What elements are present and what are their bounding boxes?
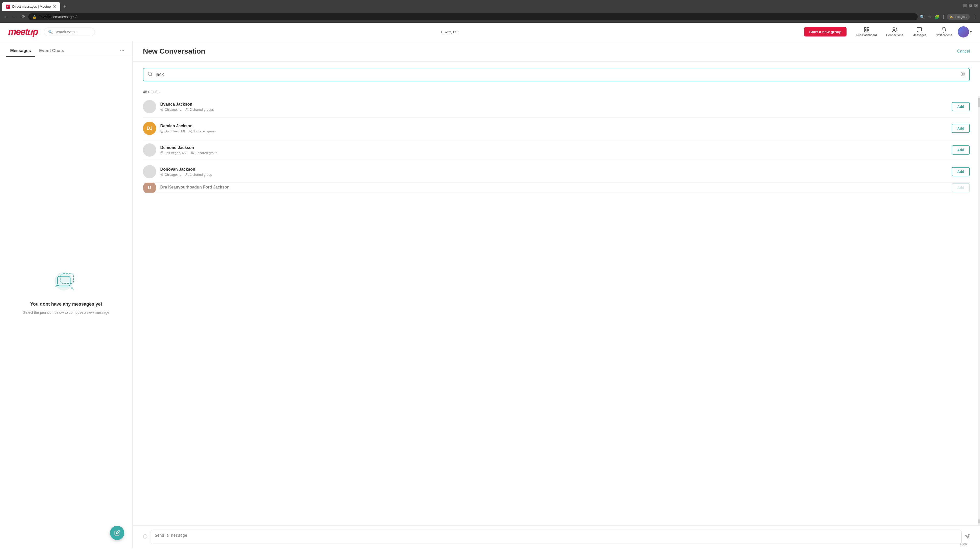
message-input-area: 2000 bbox=[133, 526, 980, 548]
nav-pro-dashboard[interactable]: Pro Dashboard bbox=[853, 25, 880, 39]
compose-button[interactable] bbox=[110, 526, 124, 540]
search-browser-icon[interactable]: 🔍 bbox=[920, 14, 925, 19]
back-button[interactable]: ← bbox=[3, 13, 10, 21]
result-avatar: DJ bbox=[143, 122, 156, 135]
messages-icon bbox=[916, 27, 922, 33]
avatar-chevron-icon: ▾ bbox=[970, 30, 972, 34]
tab-title: Direct messages | Meetup bbox=[12, 5, 51, 8]
search-bar[interactable]: 🔍 Search events bbox=[44, 27, 95, 36]
result-avatar bbox=[143, 100, 156, 113]
nav-notifications-label: Notifications bbox=[935, 33, 952, 37]
result-avatar: D bbox=[143, 183, 156, 193]
tab-messages[interactable]: Messages bbox=[6, 45, 35, 57]
svg-point-21 bbox=[186, 173, 187, 174]
app: meetup 🔍 Search events Dover, DE Start a… bbox=[0, 23, 980, 548]
tab-bar: m Direct messages | Meetup ✕ + ─ □ ✕ bbox=[0, 0, 980, 11]
connections-icon bbox=[892, 27, 898, 33]
add-button[interactable]: Add bbox=[952, 167, 970, 176]
app-header: meetup 🔍 Search events Dover, DE Start a… bbox=[0, 23, 980, 41]
add-button[interactable]: Add bbox=[952, 145, 970, 155]
window-controls: ─ □ ✕ bbox=[963, 4, 978, 10]
empty-title: You dont have any messages yet bbox=[30, 302, 102, 307]
active-tab[interactable]: m Direct messages | Meetup ✕ bbox=[2, 2, 60, 11]
maximize-button[interactable]: □ bbox=[969, 4, 972, 7]
reload-button[interactable]: ⟳ bbox=[21, 13, 26, 21]
add-button[interactable]: Add bbox=[952, 183, 970, 192]
recipient-search-input[interactable] bbox=[156, 72, 958, 77]
send-button[interactable] bbox=[965, 534, 970, 540]
add-button[interactable]: Add bbox=[952, 102, 970, 111]
browser-chrome: m Direct messages | Meetup ✕ + ─ □ ✕ ← →… bbox=[0, 0, 980, 23]
sidebar: Messages Event Chats ··· You dont have a… bbox=[0, 41, 133, 548]
svg-point-15 bbox=[186, 108, 187, 109]
result-meta: Las Vegas, NV 1 shared group bbox=[160, 151, 948, 155]
result-item: Demond Jackson Las Vegas, NV 1 shared gr… bbox=[143, 139, 970, 161]
empty-subtitle: Select the pen icon below to compose a n… bbox=[23, 310, 110, 315]
tab-close-button[interactable]: ✕ bbox=[53, 4, 56, 9]
menu-icon[interactable]: ⋮ bbox=[973, 14, 977, 19]
scrollbar-thumb[interactable] bbox=[978, 98, 980, 107]
svg-point-18 bbox=[162, 152, 162, 153]
sidebar-more-button[interactable]: ··· bbox=[118, 45, 126, 55]
group-icon bbox=[186, 173, 189, 176]
nav-connections[interactable]: Connections bbox=[883, 25, 907, 39]
result-meta: Chicago, IL 1 shared group bbox=[160, 173, 948, 176]
start-group-button[interactable]: Start a new group bbox=[804, 27, 847, 37]
group-icon bbox=[189, 130, 192, 133]
browser-actions: 🔍 ☆ 🧩 | 🕵 Incognito ⋮ bbox=[920, 14, 977, 20]
results-count: 48 results bbox=[133, 87, 980, 96]
result-location: Chicago, IL bbox=[165, 173, 181, 176]
result-info: Donovan Jackson Chicago, IL 1 shared gro… bbox=[160, 167, 948, 176]
svg-point-10 bbox=[148, 72, 151, 76]
close-window-button[interactable]: ✕ bbox=[974, 4, 978, 7]
result-name: Byanca Jackson bbox=[160, 102, 948, 106]
results-list: Byanca Jackson Chicago, IL 2 shared grou… bbox=[133, 96, 980, 526]
meetup-logo[interactable]: meetup bbox=[8, 27, 38, 37]
cancel-button[interactable]: Cancel bbox=[957, 49, 970, 54]
scrollbar-thumb-bottom[interactable] bbox=[978, 519, 980, 524]
extensions-icon[interactable]: 🧩 bbox=[935, 14, 940, 19]
location-icon bbox=[160, 173, 164, 176]
result-location: Las Vegas, NV bbox=[165, 151, 186, 155]
svg-point-8 bbox=[71, 287, 73, 289]
dashboard-icon bbox=[864, 27, 870, 33]
svg-point-22 bbox=[143, 535, 147, 538]
incognito-label: Incognito bbox=[955, 15, 967, 19]
group-icon bbox=[191, 151, 194, 155]
tab-event-chats[interactable]: Event Chats bbox=[35, 45, 68, 57]
svg-rect-2 bbox=[864, 30, 866, 32]
result-avatar bbox=[143, 165, 156, 178]
search-placeholder: Search events bbox=[55, 30, 78, 34]
search-section bbox=[133, 62, 980, 87]
minimize-button[interactable]: ─ bbox=[963, 4, 967, 7]
new-tab-button[interactable]: + bbox=[61, 3, 68, 11]
result-item-partial: D Dra Keanvourhoadun Ford Jackson Add bbox=[143, 183, 970, 193]
add-button[interactable]: Add bbox=[952, 124, 970, 133]
profile-icon[interactable]: | bbox=[943, 14, 944, 19]
user-avatar-container[interactable]: ▾ bbox=[958, 26, 972, 38]
svg-point-9 bbox=[73, 289, 74, 290]
location-label: Dover, DE bbox=[101, 30, 798, 34]
sidebar-empty-state: You dont have any messages yet Select th… bbox=[0, 57, 132, 523]
group-icon bbox=[186, 108, 189, 111]
result-location: Southfield, MI bbox=[165, 129, 185, 133]
nav-notifications[interactable]: Notifications bbox=[932, 25, 956, 39]
browser-toolbar: ← → ⟳ 🔒 meetup.com/messages/ 🔍 ☆ 🧩 | 🕵 I… bbox=[0, 11, 980, 23]
user-avatar bbox=[958, 26, 969, 38]
nav-messages-label: Messages bbox=[912, 33, 926, 37]
nav-pro-dashboard-label: Pro Dashboard bbox=[856, 33, 877, 37]
search-clear-button[interactable] bbox=[961, 72, 965, 78]
svg-point-16 bbox=[162, 130, 162, 131]
svg-rect-1 bbox=[867, 27, 869, 29]
message-input[interactable] bbox=[151, 530, 962, 544]
result-name: Damian Jackson bbox=[160, 124, 948, 128]
char-count: 2000 bbox=[960, 543, 967, 546]
shared-groups-item: 1 shared group bbox=[189, 129, 216, 133]
bookmark-icon[interactable]: ☆ bbox=[928, 14, 932, 19]
nav-messages[interactable]: Messages bbox=[909, 25, 930, 39]
notifications-icon bbox=[941, 27, 947, 33]
shared-groups-item: 1 shared group bbox=[186, 173, 212, 176]
result-name: Donovan Jackson bbox=[160, 167, 948, 171]
address-bar[interactable]: 🔒 meetup.com/messages/ bbox=[28, 13, 918, 21]
forward-button[interactable]: → bbox=[12, 13, 18, 21]
